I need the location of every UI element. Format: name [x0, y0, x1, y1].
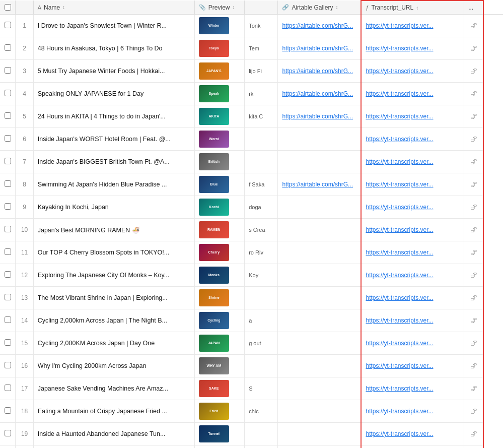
row-transcript-url[interactable]: https://yt-transcripts.ver...	[361, 128, 464, 151]
row-transcript-url[interactable]: https://yt-transcripts.ver...	[361, 15, 464, 37]
row-airtable-url[interactable]	[278, 287, 362, 309]
row-attach[interactable]: 🖇	[464, 264, 484, 287]
transcript-sort-icon[interactable]: ↕	[416, 5, 418, 11]
row-checkbox[interactable]	[5, 385, 11, 391]
row-transcript-url[interactable]: https://yt-transcripts.ver...	[361, 151, 464, 173]
row-checkbox-cell[interactable]	[0, 151, 16, 173]
paperclip-icon[interactable]: 🖇	[468, 44, 479, 52]
row-checkbox-cell[interactable]	[0, 105, 16, 128]
row-checkbox-cell[interactable]	[0, 128, 16, 151]
row-checkbox-cell[interactable]	[0, 60, 16, 83]
row-airtable-url[interactable]: https://airtable.com/shrG...	[278, 83, 362, 105]
select-all-checkbox[interactable]	[5, 4, 11, 11]
row-checkbox[interactable]	[5, 248, 11, 255]
row-airtable-url[interactable]	[278, 196, 362, 219]
row-checkbox[interactable]	[5, 407, 11, 414]
row-checkbox[interactable]	[5, 339, 11, 346]
row-checkbox-cell[interactable]	[0, 355, 16, 377]
row-airtable-url[interactable]	[278, 151, 362, 173]
row-attach[interactable]: 🖇	[464, 173, 484, 196]
row-checkbox[interactable]	[5, 430, 11, 436]
paperclip-icon[interactable]: 🖇	[468, 294, 479, 302]
row-transcript-url[interactable]: https://yt-transcripts.ver...	[361, 423, 464, 445]
transcript-header[interactable]: ƒ Transcript_URL ↕	[361, 1, 464, 15]
row-checkbox-cell[interactable]	[0, 241, 16, 264]
name-header[interactable]: A Name ↕	[33, 1, 194, 15]
paperclip-icon[interactable]: 🖇	[468, 316, 479, 325]
row-checkbox[interactable]	[5, 112, 11, 119]
name-sort-icon[interactable]: ↕	[62, 5, 65, 10]
row-checkbox-cell[interactable]	[0, 83, 16, 105]
row-checkbox[interactable]	[5, 226, 11, 232]
row-checkbox[interactable]	[5, 180, 11, 187]
row-airtable-url[interactable]: https://airtable.com/shrG...	[278, 105, 362, 128]
preview-header[interactable]: 📎 Preview ↕	[194, 1, 244, 15]
row-checkbox-cell[interactable]	[0, 400, 16, 423]
row-attach[interactable]: 🖇	[464, 15, 484, 37]
paperclip-icon[interactable]: 🖇	[468, 385, 479, 393]
row-checkbox-cell[interactable]	[0, 445, 16, 449]
row-transcript-url[interactable]: https://yt-transcripts.ver...	[361, 105, 464, 128]
row-attach[interactable]: 🖇	[464, 196, 484, 219]
row-checkbox[interactable]	[5, 316, 11, 323]
preview-sort-icon[interactable]: ↕	[233, 5, 235, 10]
airtable-header[interactable]: 🔗 Airtable Gallery ↕	[278, 1, 362, 15]
row-airtable-url[interactable]	[278, 332, 362, 355]
paperclip-icon[interactable]: 🖇	[468, 339, 479, 347]
row-airtable-url[interactable]: https://airtable.com/shrG...	[278, 60, 362, 83]
row-airtable-url[interactable]: https://airtable.com/shrG...	[278, 173, 362, 196]
row-transcript-url[interactable]: https://yt-transcripts.ver...	[361, 400, 464, 423]
row-attach[interactable]: 🖇	[464, 287, 484, 309]
row-checkbox[interactable]	[5, 44, 11, 51]
row-transcript-url[interactable]: https://yt-transcripts.ver...	[361, 37, 464, 60]
row-checkbox-cell[interactable]	[0, 173, 16, 196]
row-airtable-url[interactable]	[278, 445, 362, 449]
row-transcript-url[interactable]: https://yt-transcripts.ver...	[361, 332, 464, 355]
row-airtable-url[interactable]	[278, 264, 362, 287]
row-attach[interactable]: 🖇	[464, 423, 484, 445]
checkbox-header[interactable]	[0, 1, 16, 15]
paperclip-icon[interactable]: 🖇	[468, 248, 479, 257]
paperclip-icon[interactable]: 🖇	[468, 226, 479, 234]
row-attach[interactable]: 🖇	[464, 400, 484, 423]
paperclip-icon[interactable]: 🖇	[468, 67, 479, 75]
row-airtable-url[interactable]: https://airtable.com/shrG...	[278, 37, 362, 60]
row-checkbox[interactable]	[5, 67, 11, 74]
row-attach[interactable]: 🖇	[464, 355, 484, 377]
row-transcript-url[interactable]: https://yt-transcripts.ver...	[361, 241, 464, 264]
row-checkbox-cell[interactable]	[0, 15, 16, 37]
row-checkbox[interactable]	[5, 90, 11, 96]
row-checkbox-cell[interactable]	[0, 196, 16, 219]
row-transcript-url[interactable]: https://yt-transcripts.ver...	[361, 196, 464, 219]
row-attach[interactable]: 🖇	[464, 332, 484, 355]
paperclip-icon[interactable]: 🖇	[468, 22, 479, 30]
airtable-sort-icon[interactable]: ↕	[335, 5, 338, 10]
paperclip-icon[interactable]: 🖇	[468, 430, 479, 438]
paperclip-icon[interactable]: 🖇	[468, 135, 479, 143]
paperclip-icon[interactable]: 🖇	[468, 90, 479, 98]
row-airtable-url[interactable]	[278, 423, 362, 445]
paperclip-icon[interactable]: 🖇	[468, 203, 479, 211]
attach-header[interactable]: ...	[464, 1, 484, 15]
row-airtable-url[interactable]	[278, 241, 362, 264]
row-checkbox-cell[interactable]	[0, 264, 16, 287]
row-transcript-url[interactable]: https://yt-transcripts.ver...	[361, 219, 464, 241]
row-checkbox[interactable]	[5, 22, 11, 28]
row-attach[interactable]: 🖇	[464, 37, 484, 60]
row-airtable-url[interactable]	[278, 377, 362, 400]
row-attach[interactable]: 🖇	[464, 105, 484, 128]
paperclip-icon[interactable]: 🖇	[468, 180, 479, 188]
row-checkbox-cell[interactable]	[0, 332, 16, 355]
row-transcript-url[interactable]: https://yt-transcripts.ver...	[361, 309, 464, 332]
row-attach[interactable]: 🖇	[464, 241, 484, 264]
row-checkbox[interactable]	[5, 271, 11, 278]
row-checkbox-cell[interactable]	[0, 37, 16, 60]
row-transcript-url[interactable]: https://yt-transcripts.ver...	[361, 83, 464, 105]
row-airtable-url[interactable]	[278, 219, 362, 241]
row-checkbox[interactable]	[5, 362, 11, 368]
row-checkbox[interactable]	[5, 294, 11, 300]
row-airtable-url[interactable]	[278, 128, 362, 151]
paperclip-icon[interactable]: 🖇	[468, 362, 479, 370]
row-transcript-url[interactable]: https://yt-transcripts.ver...	[361, 355, 464, 377]
row-checkbox[interactable]	[5, 135, 11, 142]
